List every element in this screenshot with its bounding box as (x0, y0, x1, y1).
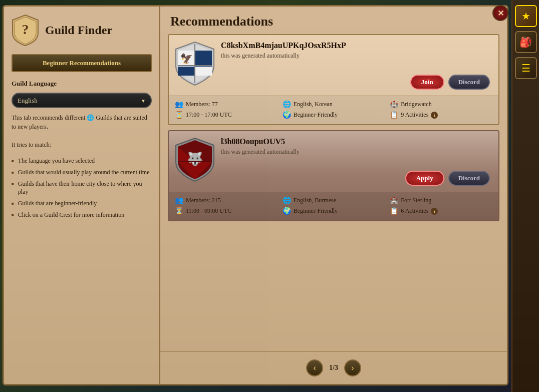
city-icon-2: 🏰 (390, 196, 398, 205)
svg-text:?: ? (22, 22, 29, 37)
guild-name-2: l3h08OoupuOUV5 (221, 137, 492, 146)
stat-time-1: ⏳ 17:00 - 17:00 UTC (175, 111, 278, 119)
sidebar-bag-button[interactable]: 🎒 (515, 31, 537, 53)
stat-type-1: 🌍 Beginner-Friendly (283, 111, 385, 119)
guild-actions-1: Join Discord (221, 60, 492, 90)
guild-info-2: l3h08OoupuOUV5 this was generated automa… (221, 137, 492, 186)
activities-icon-1: 📋 (390, 111, 398, 119)
stat-members-2: 👥 Members: 215 (175, 196, 278, 205)
bullet-item: Guilds that are beginner-friendly (12, 199, 152, 208)
language-select-wrapper: English German French Spanish Korean Bur… (12, 93, 152, 108)
language-icon-2: 🌐 (283, 196, 291, 205)
stat-type-2: 🌍 Beginner-Friendly (283, 207, 385, 215)
discord-button-2[interactable]: Discord (448, 171, 490, 186)
main-dialog: ? Guild Finder Beginner Recommendations … (3, 5, 508, 385)
beginner-recommendations-button[interactable]: Beginner Recommendations (12, 54, 152, 72)
guild-auto-text-2: this was generated automatically (221, 148, 492, 156)
guild-finder-title: Guild Finder (45, 23, 112, 38)
guild-finder-logo: ? (12, 14, 39, 47)
next-page-button[interactable]: › (344, 359, 361, 376)
guild-card-1: 🦅 C8ksbXmB4mjauUPKqJOsxR5HxP this was ge… (168, 34, 499, 125)
bullet-item: Guilds that have their home city close t… (12, 180, 152, 197)
right-panel: ✕ Recommendations (160, 5, 508, 385)
bullet-item: Guilds that would usually play around th… (12, 168, 152, 177)
language-select[interactable]: English German French Spanish Korean Bur… (12, 93, 152, 108)
recommendations-content: 🦅 C8ksbXmB4mjauUPKqJOsxR5HxP this was ge… (160, 34, 507, 351)
prev-page-button[interactable]: ‹ (306, 359, 323, 376)
recommendations-title: Recommendations (160, 7, 507, 34)
guild-actions-2: Apply Discord (221, 156, 492, 186)
guild-card-1-top: 🦅 C8ksbXmB4mjauUPKqJOsxR5HxP this was ge… (169, 35, 498, 96)
type-icon-1: 🌍 (283, 111, 291, 119)
pagination: ‹ 1/3 › (160, 351, 507, 384)
stat-activities-1: 📋 9 Activities i (390, 111, 492, 119)
language-icon-1: 🌐 (283, 100, 291, 109)
bullet-list: The language you have selected Guilds th… (12, 157, 152, 219)
guild-card-1-stats: 👥 Members: 77 🌐 English, Korean 🏰 Bridge… (169, 96, 498, 124)
type-icon-2: 🌍 (283, 207, 291, 215)
guild-language-label: Guild Language (12, 80, 152, 88)
stat-time-2: ⏳ 11:00 - 09:00 UTC (175, 207, 278, 215)
guild-crest-2[interactable]: 🐺 (175, 137, 215, 182)
members-icon-1: 👥 (175, 100, 183, 109)
stat-members-1: 👥 Members: 77 (175, 100, 278, 109)
svg-rect-4 (195, 67, 212, 76)
join-button-1[interactable]: Join (410, 75, 444, 90)
members-icon-2: 👥 (175, 196, 183, 205)
description-text: This tab recommends different 🌐 Guilds t… (12, 113, 152, 149)
stat-activities-2: 📋 6 Activities i (390, 207, 492, 215)
svg-rect-3 (178, 67, 195, 76)
guild-crest-1[interactable]: 🦅 (175, 41, 215, 86)
guild-card-2-stats: 👥 Members: 215 🌐 English, Burmese 🏰 Fort… (169, 192, 498, 220)
time-icon-1: ⏳ (175, 111, 183, 119)
svg-rect-2 (195, 51, 212, 67)
guild-card-2-top: 🐺 l3h08OoupuOUV5 this was generated auto… (169, 131, 498, 192)
guild-finder-header: ? Guild Finder (12, 14, 152, 47)
guild-name-1: C8ksbXmB4mjauUPKqJOsxR5HxP (221, 41, 492, 50)
page-indicator: 1/3 (329, 364, 338, 372)
time-icon-2: ⏳ (175, 207, 183, 215)
city-icon-1: 🏰 (390, 100, 398, 109)
stat-city-1: 🏰 Bridgewatch (390, 100, 492, 109)
activities-info-icon-2: i (431, 208, 438, 215)
apply-button-2[interactable]: Apply (405, 171, 444, 186)
close-button[interactable]: ✕ (492, 5, 508, 21)
guild-info-1: C8ksbXmB4mjauUPKqJOsxR5HxP this was gene… (221, 41, 492, 90)
bullet-item: Click on a Guild Crest for more informat… (12, 211, 152, 219)
guild-auto-text-1: this was generated automatically (221, 52, 492, 60)
stat-city-2: 🏰 Fort Sterling (390, 196, 492, 205)
bullet-item: The language you have selected (12, 157, 152, 165)
svg-text:🦅: 🦅 (180, 53, 193, 65)
stat-languages-1: 🌐 English, Korean (283, 100, 385, 109)
activities-icon-2: 📋 (390, 207, 398, 215)
discord-button-1[interactable]: Discord (448, 75, 490, 90)
stat-languages-2: 🌐 English, Burmese (283, 196, 385, 205)
svg-text:🐺: 🐺 (187, 151, 203, 167)
sidebar-menu-button[interactable]: ☰ (515, 57, 537, 79)
guild-card-2: 🐺 l3h08OoupuOUV5 this was generated auto… (168, 130, 499, 221)
sidebar-star-button[interactable]: ★ (515, 5, 537, 27)
activities-info-icon-1: i (431, 112, 438, 119)
right-sidebar: ★ 🎒 ☰ (511, 0, 539, 392)
left-panel: ? Guild Finder Beginner Recommendations … (3, 5, 160, 385)
